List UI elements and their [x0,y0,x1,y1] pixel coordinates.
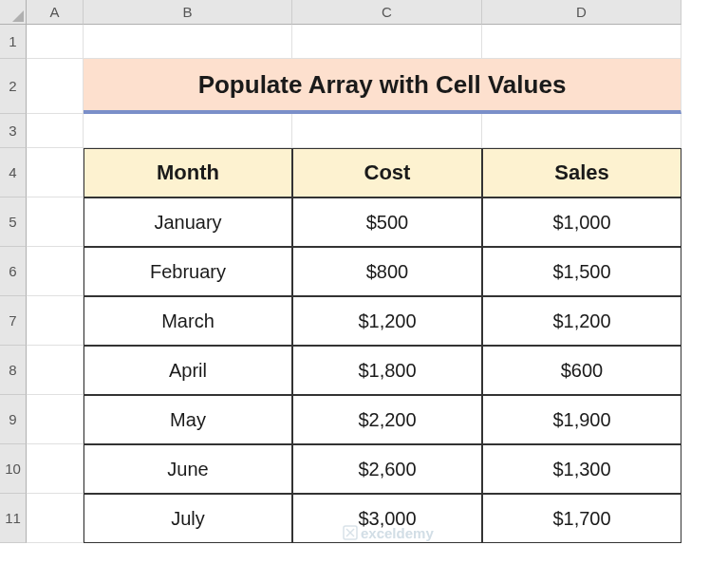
empty-cell[interactable] [27,247,84,296]
row-header-8[interactable]: 8 [0,346,27,395]
table-cell-cost[interactable]: $500 [292,197,482,247]
row-header-1[interactable]: 1 [0,25,27,59]
empty-cell[interactable] [27,296,84,346]
empty-cell[interactable] [27,25,84,59]
empty-cell[interactable] [27,148,84,197]
row-header-7[interactable]: 7 [0,296,27,346]
table-header-cost[interactable]: Cost [292,148,482,197]
empty-cell[interactable] [27,114,84,148]
empty-cell[interactable] [292,25,482,59]
empty-cell[interactable] [27,494,84,543]
column-header-C[interactable]: C [292,0,482,25]
empty-cell[interactable] [27,444,84,494]
table-cell-month[interactable]: March [84,296,292,346]
row-header-5[interactable]: 5 [0,197,27,247]
row-header-4[interactable]: 4 [0,148,27,197]
table-cell-cost[interactable]: $1,800 [292,346,482,395]
table-cell-sales[interactable]: $1,200 [482,296,681,346]
empty-cell[interactable] [84,25,292,59]
table-header-month[interactable]: Month [84,148,292,197]
table-cell-month[interactable]: July [84,494,292,543]
table-cell-sales[interactable]: $600 [482,346,681,395]
table-cell-sales[interactable]: $1,300 [482,444,681,494]
empty-cell[interactable] [27,395,84,444]
row-header-10[interactable]: 10 [0,444,27,494]
row-header-6[interactable]: 6 [0,247,27,296]
table-cell-sales[interactable]: $1,500 [482,247,681,296]
column-headers: ABCD [27,0,681,25]
title-cell[interactable]: Populate Array with Cell Values [84,59,681,114]
table-header-sales[interactable]: Sales [482,148,681,197]
empty-cell[interactable] [27,197,84,247]
select-all-triangle-icon [12,10,24,22]
table-cell-month[interactable]: May [84,395,292,444]
table-cell-sales[interactable]: $1,900 [482,395,681,444]
table-cell-month[interactable]: June [84,444,292,494]
row-headers: 1234567891011 [0,25,27,543]
empty-cell[interactable] [27,59,84,114]
column-header-B[interactable]: B [84,0,292,25]
empty-cell[interactable] [482,114,681,148]
table-cell-cost[interactable]: $3,000 [292,494,482,543]
table-cell-month[interactable]: January [84,197,292,247]
empty-cell[interactable] [292,114,482,148]
spreadsheet-grid: Populate Array with Cell ValuesMonthCost… [27,25,681,543]
table-cell-cost[interactable]: $1,200 [292,296,482,346]
column-header-D[interactable]: D [482,0,681,25]
table-cell-month[interactable]: February [84,247,292,296]
empty-cell[interactable] [482,25,681,59]
table-cell-cost[interactable]: $2,600 [292,444,482,494]
column-header-A[interactable]: A [27,0,84,25]
table-cell-sales[interactable]: $1,000 [482,197,681,247]
table-cell-cost[interactable]: $800 [292,247,482,296]
table-cell-sales[interactable]: $1,700 [482,494,681,543]
svg-marker-0 [12,10,24,22]
empty-cell[interactable] [84,114,292,148]
table-cell-month[interactable]: April [84,346,292,395]
row-header-3[interactable]: 3 [0,114,27,148]
empty-cell[interactable] [27,346,84,395]
row-header-9[interactable]: 9 [0,395,27,444]
row-header-11[interactable]: 11 [0,494,27,543]
row-header-2[interactable]: 2 [0,59,27,114]
select-all-corner[interactable] [0,0,27,25]
table-cell-cost[interactable]: $2,200 [292,395,482,444]
